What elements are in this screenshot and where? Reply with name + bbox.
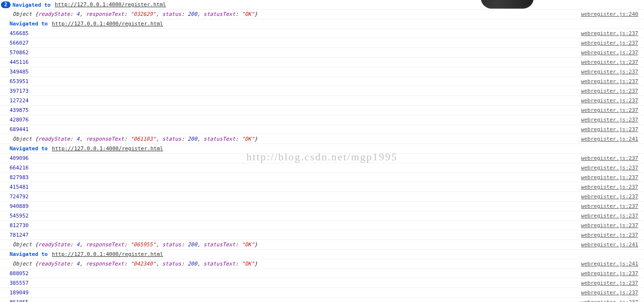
source-link[interactable]: webregister.js:240 — [581, 11, 638, 17]
console-row: Navigated to http://127.0.0.1:4000/regis… — [0, 250, 644, 259]
console-row: 940889webregister.js:237 — [0, 202, 644, 211]
source-link[interactable]: webregister.js:237 — [581, 270, 638, 277]
object-preview[interactable]: Object {readyState: 4, responseText: "06… — [10, 242, 258, 248]
log-value: 781247 — [10, 232, 29, 238]
navigation-url[interactable]: http://127.0.0.1:4000/register.html — [52, 145, 163, 152]
source-link[interactable]: webregister.js:237 — [581, 88, 638, 94]
navigation-label: Navigated to — [10, 145, 51, 152]
console-row: 349485webregister.js:237 — [0, 67, 644, 77]
console-row: 664216webregister.js:237 — [0, 163, 644, 173]
log-value: 428076 — [10, 117, 29, 123]
source-link[interactable]: webregister.js:237 — [581, 107, 638, 113]
log-value: 566027 — [10, 40, 29, 46]
source-link[interactable]: webregister.js:241 — [581, 242, 638, 248]
log-value: 888052 — [10, 270, 29, 277]
source-link[interactable]: webregister.js:237 — [581, 30, 638, 36]
console-row: 827983webregister.js:237 — [0, 173, 644, 182]
console-row: 397173webregister.js:237 — [0, 86, 644, 96]
source-link[interactable]: webregister.js:237 — [581, 40, 638, 46]
console-row: 570862webregister.js:237 — [0, 48, 644, 58]
log-value: 689441 — [10, 126, 29, 133]
log-value: 570862 — [10, 49, 29, 56]
console-row: 861055webregister.js:237 — [0, 298, 644, 302]
log-value: 940889 — [10, 203, 29, 209]
source-link[interactable]: webregister.js:241 — [581, 136, 638, 142]
console-row: 456685webregister.js:237 — [0, 29, 644, 38]
console-row: 689441webregister.js:237 — [0, 125, 644, 134]
source-link[interactable]: webregister.js:237 — [581, 213, 638, 219]
navigation-url[interactable]: http://127.0.0.1:4000/register.html — [52, 251, 163, 257]
source-link[interactable]: webregister.js:237 — [581, 69, 638, 75]
log-value: 545952 — [10, 213, 29, 219]
log-value: 724792 — [10, 193, 29, 200]
source-link[interactable]: webregister.js:237 — [581, 299, 638, 302]
console-row: 127224webregister.js:237 — [0, 96, 644, 106]
source-link[interactable]: webregister.js:237 — [581, 59, 638, 65]
log-value: 456685 — [10, 30, 29, 36]
source-link[interactable]: webregister.js:241 — [581, 261, 638, 267]
console-row: 385557webregister.js:237 — [0, 278, 644, 288]
source-link[interactable]: webregister.js:237 — [581, 97, 638, 104]
source-link[interactable]: webregister.js:237 — [581, 174, 638, 181]
console-row: 189049webregister.js:237 — [0, 288, 644, 298]
object-preview[interactable]: Object {readyState: 4, responseText: "06… — [10, 136, 258, 142]
console-row: 888052webregister.js:237 — [0, 269, 644, 278]
navigation-url[interactable]: http://127.0.0.1:4000/register.html — [52, 21, 163, 27]
log-value: 653951 — [10, 78, 29, 85]
console-row: Navigated to http://127.0.0.1:4000/regis… — [0, 144, 644, 154]
console-row: 439875webregister.js:237 — [0, 106, 644, 115]
console-row: 566027webregister.js:237 — [0, 38, 644, 48]
console-row: 409096webregister.js:237 — [0, 154, 644, 163]
log-value: 397173 — [10, 88, 29, 94]
source-link[interactable]: webregister.js:237 — [581, 155, 638, 161]
source-link[interactable]: webregister.js:237 — [581, 165, 638, 171]
console-row: 415481webregister.js:237 — [0, 182, 644, 192]
navigation-label: Navigated to — [10, 251, 51, 257]
log-value: 861055 — [10, 299, 29, 302]
source-link[interactable]: webregister.js:237 — [581, 126, 638, 133]
repeat-count-badge: 2 — [1, 1, 11, 8]
log-value: 812730 — [10, 222, 29, 229]
log-value: 409096 — [10, 155, 29, 161]
source-link[interactable]: webregister.js:237 — [581, 49, 638, 56]
source-link[interactable]: webregister.js:237 — [581, 184, 638, 190]
log-value: 439875 — [10, 107, 29, 113]
log-value: 385557 — [10, 280, 29, 286]
console-row: 812730webregister.js:237 — [0, 221, 644, 230]
console-row: 653951webregister.js:237 — [0, 77, 644, 86]
console-row: 428076webregister.js:237 — [0, 115, 644, 125]
console-row: 545952webregister.js:237 — [0, 211, 644, 221]
source-link[interactable]: webregister.js:237 — [581, 222, 638, 229]
log-value: 827983 — [10, 174, 29, 181]
log-value: 189049 — [10, 290, 29, 296]
devtools-console[interactable]: 2Navigated to http://127.0.0.1:4000/regi… — [0, 0, 644, 302]
console-row: ▶ Object {readyState: 4, responseText: "… — [0, 259, 644, 269]
navigation-url[interactable]: http://127.0.0.1:4000/register.html — [55, 1, 166, 8]
source-link[interactable]: webregister.js:237 — [581, 117, 638, 123]
console-row: 2Navigated to http://127.0.0.1:4000/regi… — [0, 0, 644, 10]
log-value: 445116 — [10, 59, 29, 65]
console-row: ▶ Object {readyState: 4, responseText: "… — [0, 134, 644, 144]
object-preview[interactable]: Object {readyState: 4, responseText: "03… — [10, 11, 258, 17]
console-row: 781247webregister.js:237 — [0, 230, 644, 240]
object-preview[interactable]: Object {readyState: 4, responseText: "04… — [10, 261, 258, 267]
log-value: 349485 — [10, 69, 29, 75]
console-row: Navigated to http://127.0.0.1:4000/regis… — [0, 19, 644, 29]
log-value: 664216 — [10, 165, 29, 171]
source-link[interactable]: webregister.js:237 — [581, 203, 638, 209]
navigation-label: Navigated to — [12, 1, 54, 8]
log-value: 415481 — [10, 184, 29, 190]
console-row: 445116webregister.js:237 — [0, 58, 644, 67]
console-row: 724792webregister.js:237 — [0, 192, 644, 202]
source-link[interactable]: webregister.js:237 — [581, 78, 638, 85]
source-link[interactable]: webregister.js:237 — [581, 280, 638, 286]
console-row: ▶ Object {readyState: 4, responseText: "… — [0, 10, 644, 19]
source-link[interactable]: webregister.js:237 — [581, 232, 638, 238]
navigation-label: Navigated to — [10, 21, 51, 27]
log-value: 127224 — [10, 97, 29, 104]
source-link[interactable]: webregister.js:237 — [581, 193, 638, 200]
source-link[interactable]: webregister.js:237 — [581, 290, 638, 296]
console-row: ▶ Object {readyState: 4, responseText: "… — [0, 240, 644, 250]
